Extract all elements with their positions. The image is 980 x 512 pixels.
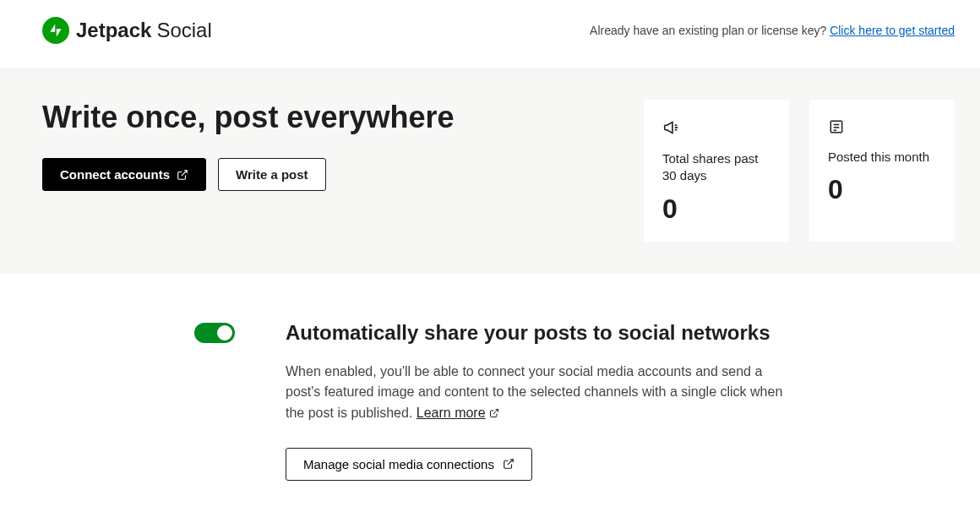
hero: Write once, post everywhere Connect acco… — [0, 68, 980, 274]
hero-actions: Connect accounts Write a post — [42, 158, 465, 191]
autoshare-body-text: When enabled, you'll be able to connect … — [286, 364, 782, 421]
write-post-button[interactable]: Write a post — [218, 158, 326, 191]
autoshare-section: Automatically share your posts to social… — [0, 274, 980, 513]
autoshare-title: Automatically share your posts to social… — [286, 321, 792, 345]
stat-card-shares: Total shares past 30 days 0 — [644, 100, 789, 242]
megaphone-icon — [662, 118, 770, 137]
brand-bold: Jetpack — [76, 19, 151, 42]
hero-stats: Total shares past 30 days 0 Posted this … — [644, 100, 955, 242]
autoshare-content: Automatically share your posts to social… — [286, 321, 792, 481]
learn-more-link[interactable]: Learn more — [416, 403, 499, 424]
autoshare-toggle[interactable] — [194, 323, 235, 343]
svg-line-8 — [493, 410, 498, 415]
post-icon — [828, 118, 936, 135]
connect-accounts-button[interactable]: Connect accounts — [42, 158, 206, 191]
external-link-icon — [177, 169, 188, 181]
stat-value-posted: 0 — [828, 174, 936, 205]
svg-line-9 — [508, 460, 513, 465]
stat-card-posted: Posted this month 0 — [809, 100, 955, 242]
external-link-icon — [503, 458, 514, 470]
manage-connections-label: Manage social media connections — [303, 457, 494, 471]
toggle-knob — [217, 325, 232, 340]
logo-text: Jetpack Social — [76, 19, 212, 42]
svg-line-0 — [182, 171, 187, 176]
logo: Jetpack Social — [42, 17, 212, 44]
toggle-wrap — [42, 321, 235, 481]
header-prompt: Already have an existing plan or license… — [590, 24, 955, 37]
connect-accounts-label: Connect accounts — [60, 167, 170, 182]
get-started-link[interactable]: Click here to get started — [830, 24, 955, 37]
learn-more-label: Learn more — [416, 403, 486, 424]
stat-label-shares: Total shares past 30 days — [662, 150, 770, 185]
jetpack-logo-icon — [42, 17, 69, 44]
write-post-label: Write a post — [236, 167, 308, 182]
header: Jetpack Social Already have an existing … — [0, 0, 980, 68]
external-link-icon — [489, 408, 499, 418]
manage-connections-button[interactable]: Manage social media connections — [286, 448, 532, 481]
autoshare-body: When enabled, you'll be able to connect … — [286, 362, 792, 424]
hero-left: Write once, post everywhere Connect acco… — [42, 100, 465, 191]
stat-label-posted: Posted this month — [828, 149, 936, 166]
existing-plan-prompt: Already have an existing plan or license… — [590, 24, 830, 37]
brand-light: Social — [156, 19, 211, 42]
hero-title: Write once, post everywhere — [42, 100, 465, 134]
stat-value-shares: 0 — [662, 193, 770, 225]
